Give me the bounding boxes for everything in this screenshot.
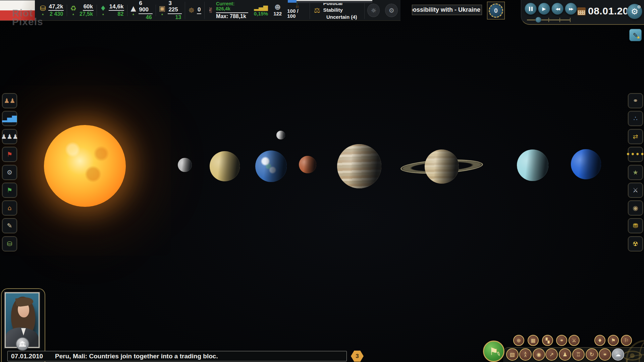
technology-chip-icon: ▦ [531, 338, 535, 344]
intelligence-spy-icon: ◉ [633, 205, 638, 211]
swords-icon: ⚔ [572, 338, 576, 344]
research-stat[interactable]: ☻ 122 [271, 4, 284, 16]
slider-knob[interactable] [535, 17, 541, 23]
military-soldier-icon: ★ [633, 169, 638, 176]
calendar-icon [577, 7, 586, 15]
rewind-button[interactable]: ◀◀ [551, 3, 564, 15]
approval-stat[interactable]: ↑ ↓↓ 100 / 100 [284, 2, 309, 18]
nuclear-icon: ☢ [633, 241, 638, 247]
sidebar-organizations-button[interactable]: ∴ [628, 111, 643, 126]
notification-counter-badge[interactable]: 0 [487, 2, 505, 19]
trade-coins-icon: ⇄ [633, 133, 638, 140]
ministers-icon: ♟♟ [4, 98, 15, 104]
sidebar-more-options-button[interactable]: •••• [628, 147, 643, 162]
map-paint-mode-button[interactable]: ⚑ ✎ [483, 341, 504, 362]
sidebar-lobbying-button[interactable]: ⛃ [628, 218, 643, 233]
resource-minerals[interactable]: ▲ ▲ 6 900 46 [127, 0, 155, 20]
sidebar-research-button[interactable]: ⚙ [2, 165, 17, 180]
growth-stat[interactable]: ▂▄▆ 0,15% [251, 4, 271, 16]
sidebar-trade-button[interactable]: ⇄ [628, 129, 643, 144]
sidebar-budget-button[interactable]: ⛁ [2, 236, 17, 251]
overlay-ranks-button[interactable]: ∧∧ [519, 348, 532, 361]
overlay-alliance-button[interactable]: ⚭ [556, 335, 567, 346]
rewind-icon: ◀◀ [555, 7, 559, 11]
more-options-icon: •••• [626, 151, 644, 158]
coins-icon: ⛁ [40, 5, 46, 12]
sidebar-prestige-button[interactable]: ⚑ [2, 183, 17, 198]
overlay-technology-button[interactable]: ▦ [528, 335, 539, 346]
sidebar-nuclear-button[interactable]: ☢ [628, 236, 643, 251]
news-ticker[interactable]: 07.01.2010 Peru, Mali: Countries join to… [7, 351, 347, 361]
sidebar-intelligence-button[interactable]: ◉ [628, 200, 643, 216]
ranks-chevron-icon: ∧∧ [524, 352, 527, 357]
sidebar-demographics-button[interactable]: ♟♟♟ [2, 129, 17, 144]
overlay-resources-button[interactable]: ♦ [594, 335, 605, 346]
flag-red-stripe [0, 10, 35, 20]
overlay-territory-button[interactable]: ⚐ [621, 335, 632, 346]
sidebar-war-button[interactable]: ⚔ [628, 183, 643, 198]
overlay-government-button[interactable]: ♖ [572, 348, 585, 361]
population-stat[interactable]: ✌ Current: 826,4k Max: 788,1k [205, 0, 251, 20]
idea-bulb-gear-button[interactable]: ⚙ [385, 4, 398, 17]
pause-button[interactable] [525, 3, 537, 15]
overlay-population-button[interactable]: ♟ [559, 348, 571, 361]
approval-value: 100 / 100 [287, 8, 307, 18]
poland-flag-button[interactable] [0, 0, 35, 20]
fast-forward-button[interactable]: ▶▶ [565, 3, 577, 15]
jupiter [337, 144, 381, 188]
puzzle-icon: ▚ [546, 338, 550, 344]
game-speed-slider[interactable] [527, 19, 571, 20]
minerals-value: 6 900 [139, 0, 153, 14]
uranus [517, 149, 548, 181]
sidebar-construction-button[interactable]: ⌂ [2, 200, 17, 216]
overlay-military-button[interactable]: ⚔ [569, 335, 580, 346]
sun [44, 125, 126, 207]
overlay-globe-button[interactable]: ⊕ [513, 335, 524, 346]
growth-value: 0,15% [254, 11, 268, 16]
territory-flag-icon: ⚐ [624, 338, 629, 344]
resource-recycling[interactable]: ♻ ▲ 60k 27,5k [67, 0, 97, 20]
recycle-icon: ♻ [70, 5, 76, 12]
government-badge-button[interactable] [16, 337, 29, 351]
overlay-economy-button[interactable]: ↗ [545, 348, 558, 361]
resource-treasury[interactable]: ⛁ ▲ 47,2k 2 430 [37, 0, 67, 20]
objectives-quick-button[interactable]: ✎ ★ [629, 29, 642, 41]
recycling-value: 60k [83, 3, 94, 11]
resource-navy[interactable]: ☸ 0 [185, 0, 204, 20]
trend-up-icon: ▲ [102, 13, 105, 16]
sidebar-missions-button[interactable]: ⚑ [2, 147, 17, 162]
notification-text: r possibility with - Ukraine [412, 6, 480, 13]
resource-energy[interactable]: ♦ ▲ 14,6k 82 [97, 0, 127, 20]
crate-icon: ▣ [159, 5, 166, 12]
overlay-claims-button[interactable]: ⚑ [608, 335, 619, 346]
overlay-map-button[interactable]: ▧ [506, 348, 519, 361]
trend-up-icon: ▲ [132, 13, 135, 16]
sidebar-statistics-button[interactable]: ▂▅▇ [2, 111, 17, 126]
helm-icon: ☸ [188, 6, 195, 14]
trend-up-icon: ▲ [161, 13, 164, 16]
demographics-icon: ♟♟♟ [1, 133, 18, 140]
overlay-deals-button[interactable]: ⚭ [599, 348, 611, 361]
trend-up-icon: ▲ [41, 13, 44, 16]
globe-icon: ⊕ [517, 338, 521, 344]
resource-goods[interactable]: ▣ ▲ 3 225 13 [156, 0, 185, 20]
sidebar-diplomacy-button[interactable]: ⚭ [628, 93, 643, 108]
overlay-relations-button[interactable]: ↻ [586, 348, 598, 361]
notification-ticker[interactable]: r possibility with - Ukraine [412, 5, 482, 15]
overlay-surveillance-button[interactable]: ◉ [533, 348, 545, 361]
earth [255, 150, 287, 182]
energy-value: 14,6k [109, 3, 124, 11]
news-counter-value: 3 [356, 353, 359, 360]
economy-chart-icon: ↗ [549, 351, 554, 358]
sidebar-military-button[interactable]: ★ [628, 165, 643, 180]
sidebar-laws-button[interactable]: ✎ [2, 218, 17, 233]
political-stability[interactable]: ⚖ Political Stability Uncertain (4) [310, 0, 364, 20]
war-globe-swords-icon: ⚔ [633, 187, 638, 193]
settings-button[interactable]: ⚙ [627, 4, 642, 19]
idea-bulb-button[interactable]: ☼ [367, 4, 380, 17]
overlay-puzzle-button[interactable]: ▚ [542, 335, 553, 346]
play-button[interactable]: ▶ [538, 3, 550, 15]
top-window-edge [297, 0, 372, 3]
overlay-weather-button[interactable]: ☁ [612, 348, 624, 361]
sidebar-ministers-button[interactable]: ♟♟ [2, 93, 17, 108]
